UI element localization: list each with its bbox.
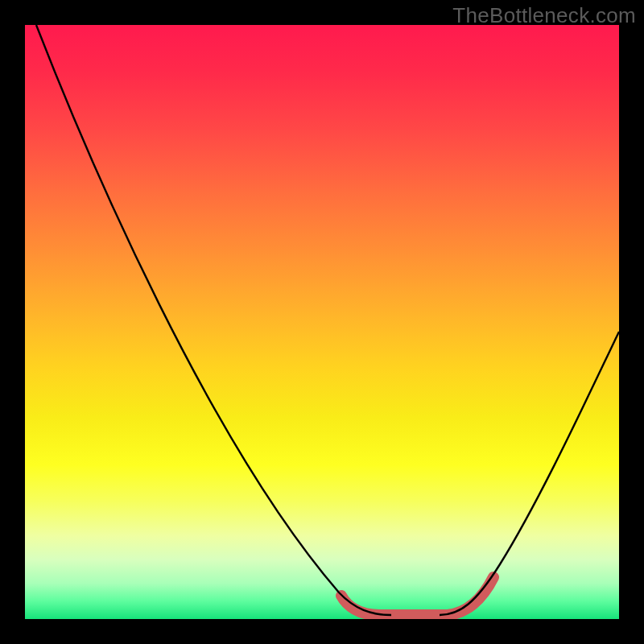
chart-frame: TheBottleneck.com — [0, 0, 644, 644]
plot-area — [25, 25, 619, 619]
left-curve — [36, 25, 391, 615]
curve-layer — [25, 25, 619, 619]
watermark-text: TheBottleneck.com — [452, 3, 636, 28]
right-curve — [440, 332, 619, 615]
